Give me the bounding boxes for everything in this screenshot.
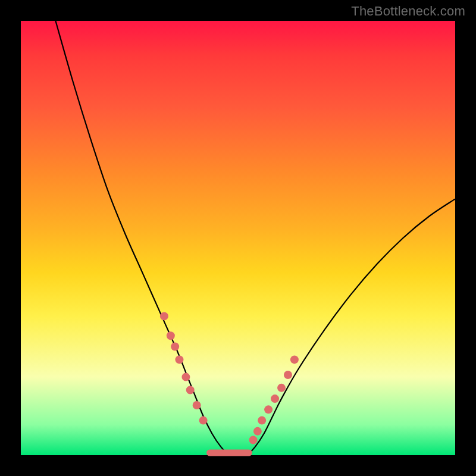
sample-dot	[264, 405, 273, 414]
sample-dot	[258, 416, 266, 425]
sample-dot	[271, 394, 279, 403]
plot-area	[21, 21, 455, 455]
sample-dot	[249, 436, 258, 444]
watermark-text: TheBottleneck.com	[351, 4, 465, 19]
bottleneck-curve	[55, 21, 455, 456]
sample-dot	[284, 371, 292, 379]
chart-frame: TheBottleneck.com	[0, 0, 476, 476]
sample-dot	[171, 343, 179, 351]
sample-dot	[167, 331, 175, 340]
sample-dot	[199, 416, 208, 425]
curve-layer	[21, 21, 455, 455]
sample-dot	[186, 386, 195, 394]
sample-dots-group	[160, 312, 299, 444]
sample-dot	[193, 401, 201, 409]
sample-dot	[253, 427, 262, 436]
sample-dot	[175, 355, 183, 364]
sample-dot	[160, 312, 168, 320]
sample-dot	[181, 373, 190, 381]
sample-dot	[277, 384, 286, 392]
sample-dot	[290, 355, 299, 364]
